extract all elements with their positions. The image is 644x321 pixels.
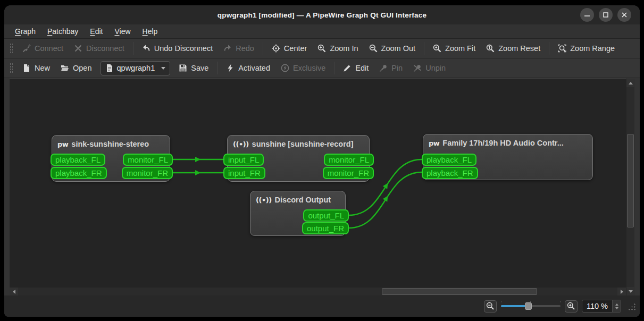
pipewire-icon: pw [57,140,68,148]
menu-bar: Graph Patchbay Edit View Help [4,24,640,39]
port-sink-monitor-fr[interactable]: monitor_FR [122,167,173,179]
port-sunshine-monitor-fl[interactable]: monitor_FL [324,154,374,166]
undo-disconnect-button[interactable]: Undo Disconnect [137,41,218,55]
horizontal-scrollbar[interactable] [10,287,626,295]
exclusive-button[interactable]: Exclusive [275,61,331,75]
graph-toolbar: Connect Disconnect Undo Disconnect Redo … [4,39,640,58]
close-button[interactable] [617,8,631,22]
zoom-in-icon [567,302,575,310]
port-family-playback-fr[interactable]: playback_FR [422,167,478,179]
slider-tick [560,301,561,302]
scroll-left-button[interactable] [10,288,18,296]
port-sunshine-input-fl[interactable]: input_FL [223,154,264,166]
graph-canvas[interactable]: pw sink-sunshine-stereo ((•)) sunshine [… [10,79,626,287]
title-bar[interactable]: qpwgraph1 [modified] — A PipeWire Graph … [4,5,640,24]
redo-button[interactable]: Redo [218,41,260,55]
minimize-button[interactable] [580,8,594,22]
pipewire-icon: pw [429,139,439,147]
port-family-playback-fl[interactable]: playback_FL [422,154,476,166]
node-title: Discord Output [275,196,331,204]
resize-grip[interactable] [628,302,635,310]
zoom-out-small-button[interactable] [484,300,497,312]
menu-edit[interactable]: Edit [85,26,108,37]
pin-button[interactable]: Pin [374,61,408,75]
port-sink-monitor-fl[interactable]: monitor_FL [123,154,173,166]
redo-icon [223,44,232,53]
open-button[interactable]: Open [55,61,97,75]
activated-button[interactable]: Activated [221,61,275,75]
zoom-in-small-button[interactable] [565,300,578,312]
patchbay-toolbar: New Open qpwgraph1 Save Activated Exclus… [4,58,640,78]
unpin-icon [413,64,422,72]
patchbay-file-select[interactable]: qpwgraph1 [101,61,171,75]
zoom-percent-value: 110 % [582,302,612,310]
port-discord-output-fl[interactable]: output_FL [303,209,349,222]
port-sunshine-input-fr[interactable]: input_FR [223,167,265,179]
zoom-percent-spinbox[interactable]: 110 % [582,300,621,312]
maximize-button[interactable] [599,8,613,22]
toolbar-separator [217,62,218,74]
scroll-down-button[interactable] [626,287,635,295]
new-button[interactable]: New [17,61,55,75]
wire-arrow [383,182,390,189]
activated-icon [226,64,235,72]
menu-graph[interactable]: Graph [10,26,41,37]
slider-tick [501,301,501,302]
vertical-scrollbar[interactable] [626,79,634,295]
minimize-icon [584,12,590,18]
toolbar-drag-handle[interactable] [10,43,13,54]
menu-view[interactable]: View [109,26,136,37]
center-icon [272,44,280,53]
zoom-fit-button[interactable]: Zoom Fit [428,41,481,55]
node-title: Family 17h/19h HD Audio Contr... [442,139,563,147]
port-sink-playback-fl[interactable]: playback_FL [51,154,105,166]
zoom-in-button[interactable]: Zoom In [312,41,363,55]
exclusive-icon [281,64,289,72]
open-file-icon [61,64,69,72]
slider-handle[interactable] [525,302,532,310]
disconnect-button[interactable]: Disconnect [69,41,130,55]
center-button[interactable]: Center [266,41,313,55]
toolbar-separator [334,62,334,74]
vertical-scroll-thumb[interactable] [627,134,634,227]
edit-button[interactable]: Edit [338,61,374,75]
save-button[interactable]: Save [173,61,214,75]
spin-down-icon[interactable] [615,307,618,309]
port-sunshine-monitor-fr[interactable]: monitor_FR [323,167,374,179]
connect-icon [22,44,31,53]
scroll-left-icon [13,290,15,294]
app-window: qpwgraph1 [modified] — A PipeWire Graph … [4,5,640,317]
spin-up-icon[interactable] [615,303,618,306]
pin-icon [379,64,388,72]
zoom-out-button[interactable]: Zoom Out [364,41,421,55]
menu-help[interactable]: Help [137,26,163,37]
toolbar-separator [424,42,424,55]
new-file-icon [22,64,31,72]
scroll-up-button[interactable] [626,79,635,87]
scroll-up-icon [629,82,633,85]
scroll-right-button[interactable] [617,288,626,296]
node-title: sink-sunshine-stereo [71,140,149,148]
port-discord-output-fr[interactable]: output_FR [302,222,349,234]
toolbar-drag-handle[interactable] [10,62,13,74]
menu-patchbay[interactable]: Patchbay [42,26,83,37]
zoom-range-button[interactable]: Zoom Range [553,41,620,55]
scroll-right-icon [621,290,623,294]
wire-arrow [195,170,200,175]
connection-wires [10,79,626,287]
zoom-range-icon [558,44,566,53]
edit-icon [343,64,352,72]
toolbar-separator [549,42,549,55]
zoom-slider[interactable] [501,301,561,311]
zoom-reset-icon [486,44,495,53]
zoom-reset-button[interactable]: Zoom Reset [481,41,546,55]
zoom-in-icon [317,44,326,53]
unpin-button[interactable]: Unpin [408,61,451,75]
port-sink-playback-fr[interactable]: playback_FR [51,167,107,179]
scroll-down-icon [629,290,633,293]
node-title: sunshine [sunshine-record] [252,140,354,148]
horizontal-scroll-thumb[interactable] [382,288,537,295]
connect-button[interactable]: Connect [17,41,69,55]
patchbay-file-value: qpwgraph1 [117,64,155,72]
zoom-out-icon [369,44,378,53]
